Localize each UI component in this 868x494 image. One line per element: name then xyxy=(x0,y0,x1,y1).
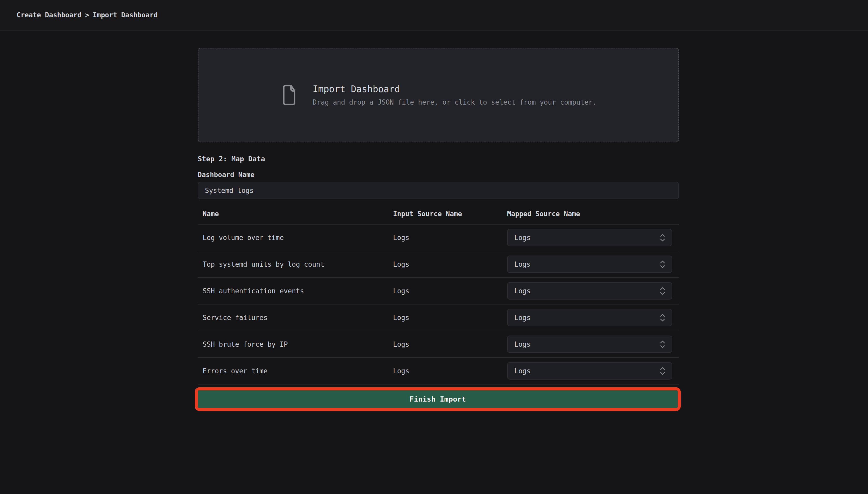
dropzone-title: Import Dashboard xyxy=(313,84,597,94)
dashboard-name-label: Dashboard Name xyxy=(198,171,679,179)
column-header-name: Name xyxy=(198,210,393,218)
mapped-source-select[interactable]: Logs xyxy=(507,282,672,300)
dropzone-subtitle: Drag and drop a JSON file here, or click… xyxy=(313,98,597,106)
select-chevron-icon xyxy=(659,312,666,323)
row-input-source: Logs xyxy=(393,367,507,375)
breadcrumb-import-dashboard: Import Dashboard xyxy=(93,11,158,19)
table-row: Log volume over time Logs Logs xyxy=(198,225,679,251)
dropzone-text: Import Dashboard Drag and drop a JSON fi… xyxy=(313,84,597,106)
row-input-source: Logs xyxy=(393,261,507,268)
finish-import-button[interactable]: Finish Import xyxy=(198,390,678,408)
mapped-source-value: Logs xyxy=(514,367,531,375)
select-chevron-icon xyxy=(659,259,666,270)
dashboard-name-input[interactable] xyxy=(198,182,679,199)
mapped-source-value: Logs xyxy=(514,287,531,295)
row-input-source: Logs xyxy=(393,287,507,295)
row-name: Top systemd units by log count xyxy=(198,261,393,268)
mapped-source-value: Logs xyxy=(514,340,531,348)
row-name: Service failures xyxy=(198,314,393,322)
breadcrumb-create-dashboard[interactable]: Create Dashboard xyxy=(17,11,81,19)
breadcrumb-separator: > xyxy=(85,11,89,19)
select-chevron-icon xyxy=(659,365,666,377)
mapped-source-value: Logs xyxy=(514,314,531,322)
row-input-source: Logs xyxy=(393,234,507,242)
table-row: SSH authentication events Logs Logs xyxy=(198,278,679,304)
mapped-source-select[interactable]: Logs xyxy=(507,309,672,326)
select-chevron-icon xyxy=(659,339,666,350)
select-chevron-icon xyxy=(659,285,666,297)
mapped-source-select[interactable]: Logs xyxy=(507,336,672,353)
step-heading: Step 2: Map Data xyxy=(198,155,679,163)
file-icon xyxy=(280,83,298,107)
mapped-source-value: Logs xyxy=(514,261,531,268)
row-input-source: Logs xyxy=(393,340,507,348)
row-name: Errors over time xyxy=(198,367,393,375)
row-input-source: Logs xyxy=(393,314,507,322)
column-header-input-source: Input Source Name xyxy=(393,210,507,218)
table-row: Errors over time Logs Logs xyxy=(198,358,679,384)
row-name: SSH brute force by IP xyxy=(198,340,393,348)
table-header-row: Name Input Source Name Mapped Source Nam… xyxy=(198,207,679,225)
top-bar: Create Dashboard > Import Dashboard xyxy=(0,0,868,31)
finish-import-highlight-annotation: Finish Import xyxy=(198,390,678,408)
mapped-source-value: Logs xyxy=(514,234,531,242)
mapped-source-select[interactable]: Logs xyxy=(507,255,672,273)
table-row: Top systemd units by log count Logs Logs xyxy=(198,251,679,278)
select-chevron-icon xyxy=(659,232,666,243)
mapped-source-select[interactable]: Logs xyxy=(507,229,672,246)
json-file-dropzone[interactable]: Import Dashboard Drag and drop a JSON fi… xyxy=(198,48,679,142)
mapped-source-select[interactable]: Logs xyxy=(507,362,672,380)
table-row: SSH brute force by IP Logs Logs xyxy=(198,331,679,358)
row-name: SSH authentication events xyxy=(198,287,393,295)
column-header-mapped-source: Mapped Source Name xyxy=(507,210,679,218)
table-row: Service failures Logs Logs xyxy=(198,304,679,331)
row-name: Log volume over time xyxy=(198,234,393,242)
main-content: Import Dashboard Drag and drop a JSON fi… xyxy=(198,48,679,408)
